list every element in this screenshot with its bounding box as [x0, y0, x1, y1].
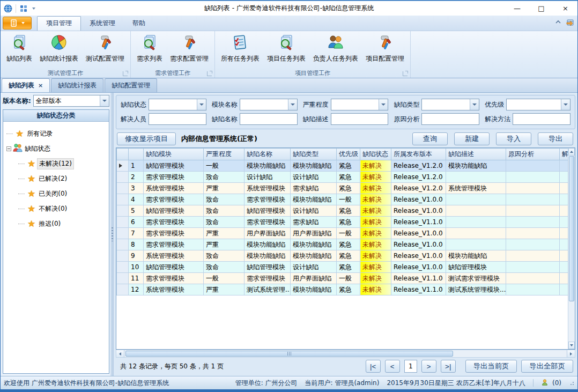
- resize-grip-icon[interactable]: [569, 380, 574, 386]
- cell-解决方法[interactable]: [560, 250, 568, 262]
- ribbon-button-2-0[interactable]: 所有任务列表: [217, 32, 263, 64]
- cell-所属发布版本[interactable]: Release_V1.0.0: [391, 239, 446, 250]
- cell-缺陷类型[interactable]: 模块功能缺陷: [291, 160, 337, 172]
- cell-缺陷类型[interactable]: 设计缺陷: [291, 205, 337, 217]
- table-row[interactable]: 12系统管理模块严重测试系统管理...模块功能缺陷紧急未解决Release_V1…: [117, 284, 568, 295]
- cell-缺陷类型[interactable]: 需求缺陷: [291, 183, 337, 194]
- column-header-解决方法[interactable]: 解决方法: [560, 149, 568, 160]
- cell-缺陷描述[interactable]: 模块功能缺陷: [446, 160, 506, 172]
- cell-缺陷类型[interactable]: 模块功能缺陷: [291, 284, 337, 295]
- cell-缺陷名称[interactable]: 需求管理模块: [244, 217, 291, 228]
- ribbon-button-2-1[interactable]: 项目任务列表: [263, 32, 309, 64]
- ribbon-button-2-3[interactable]: 项目配置管理: [362, 32, 408, 64]
- close-button[interactable]: ×: [553, 1, 577, 16]
- cell-解决方法[interactable]: [560, 194, 568, 205]
- search-button[interactable]: 查询: [412, 132, 448, 145]
- cell-缺陷模块[interactable]: 系统管理模块: [144, 183, 204, 194]
- grid-horizontal-scrollbar[interactable]: [116, 350, 575, 358]
- cell-所属发布版本[interactable]: Release_V1.0.0: [391, 205, 446, 217]
- table-row[interactable]: 5缺陷管理模块致命缺陷管理模块设计缺陷紧急未解决Release_V1.0.0: [117, 205, 568, 217]
- minimize-button[interactable]: —: [505, 1, 529, 16]
- cell-缺陷描述[interactable]: [446, 194, 506, 205]
- cell-缺陷名称[interactable]: 模块功能缺陷: [244, 160, 291, 172]
- ribbon-button-0-0[interactable]: 缺陷列表: [3, 32, 36, 64]
- cell-优先级[interactable]: 紧急: [337, 250, 360, 262]
- application-menu-button[interactable]: [3, 17, 32, 29]
- cell-优先级[interactable]: 一般: [337, 194, 360, 205]
- cell-解决方法[interactable]: [560, 273, 568, 284]
- filter-input-缺陷描述[interactable]: [331, 113, 389, 125]
- ribbon-tab-2[interactable]: 帮助: [124, 17, 154, 31]
- app-globe-icon[interactable]: [4, 4, 12, 13]
- cell-缺陷描述[interactable]: 测试系统管理模块...: [446, 284, 506, 295]
- cell-缺陷模块[interactable]: 需求管理模块: [144, 228, 204, 239]
- cell-严重程度[interactable]: 致命: [204, 250, 244, 262]
- cell-缺陷描述[interactable]: 测试需求管理模块: [446, 273, 506, 284]
- cell-严重程度[interactable]: 严重: [204, 228, 244, 239]
- cell-原因分析[interactable]: [506, 273, 560, 284]
- first-page-button[interactable]: |<: [366, 360, 381, 373]
- cell-缺陷模块[interactable]: 缺陷管理模块: [144, 205, 204, 217]
- cell-所属发布版本[interactable]: Release_V1.0.0: [391, 194, 446, 205]
- cell-解决方法[interactable]: [560, 160, 568, 172]
- cell-缺陷状态[interactable]: 未解决: [360, 160, 391, 172]
- cell-严重程度[interactable]: 严重: [204, 183, 244, 194]
- column-header-缺陷描述[interactable]: 缺陷描述: [446, 149, 506, 160]
- page-number-input[interactable]: [404, 360, 417, 373]
- table-row[interactable]: 10缺陷管理模块致命缺陷管理模块设计缺陷紧急未解决Release_V1.0.0缺…: [117, 262, 568, 273]
- cell-缺陷模块[interactable]: 需求管理模块: [144, 194, 204, 205]
- cell-严重程度[interactable]: 致命: [204, 205, 244, 217]
- cell-原因分析[interactable]: [506, 183, 560, 194]
- cell-所属发布版本[interactable]: Release_V1.2.0: [391, 172, 446, 183]
- filter-input-解决人员[interactable]: [149, 113, 206, 125]
- export-current-page-button[interactable]: 导出当前页: [465, 360, 517, 373]
- cell-缺陷类型[interactable]: 模块功能缺陷: [291, 250, 337, 262]
- cell-严重程度[interactable]: 严重: [204, 239, 244, 250]
- cell-原因分析[interactable]: [506, 239, 560, 250]
- table-row[interactable]: 8需求管理模块严重模块功能缺陷模块功能缺陷紧急未解决Release_V1.0.0: [117, 239, 568, 250]
- cell-缺陷名称[interactable]: 需求管理模块: [244, 194, 291, 205]
- cell-缺陷名称[interactable]: 模块功能缺陷: [244, 250, 291, 262]
- table-row[interactable]: 6需求管理模块致命需求管理模块需求缺陷紧急未解决Release_V1.1.0: [117, 217, 568, 228]
- cell-原因分析[interactable]: [506, 262, 560, 273]
- next-page-button[interactable]: >: [421, 360, 436, 373]
- cell-优先级[interactable]: 紧急: [337, 217, 360, 228]
- combobox-dropdown-button[interactable]: [288, 99, 297, 110]
- tree-item-2[interactable]: ★未解决(12): [6, 156, 108, 171]
- cell-解决方法[interactable]: [560, 239, 568, 250]
- version-combobox[interactable]: 全部版本: [33, 95, 109, 107]
- message-count[interactable]: (0): [552, 379, 561, 387]
- cell-所属发布版本[interactable]: Release_V1.1.0: [391, 217, 446, 228]
- import-button[interactable]: 导入: [496, 132, 531, 145]
- table-row[interactable]: 11需求管理模块一般需求管理模块用户界面缺陷一般未解决Release_V1.1.…: [117, 273, 568, 284]
- cell-缺陷模块[interactable]: 缺陷管理模块: [144, 262, 204, 273]
- cell-原因分析[interactable]: [506, 217, 560, 228]
- cell-缺陷状态[interactable]: 未解决: [360, 262, 391, 273]
- cell-缺陷描述[interactable]: [446, 239, 506, 250]
- cell-优先级[interactable]: 紧急: [337, 205, 360, 217]
- filter-combobox-严重程度[interactable]: [331, 99, 389, 110]
- cell-原因分析[interactable]: [506, 284, 560, 295]
- version-combobox-dropdown-button[interactable]: [100, 95, 109, 106]
- cell-缺陷名称[interactable]: 测试系统管理...: [244, 284, 291, 295]
- cell-优先级[interactable]: 一般: [337, 228, 360, 239]
- table-row[interactable]: 1缺陷管理模块一般模块功能缺陷模块功能缺陷紧急未解决Release_V1.2.0…: [117, 160, 568, 172]
- cell-解决方法[interactable]: [560, 228, 568, 239]
- cell-原因分析[interactable]: [506, 228, 560, 239]
- filter-input-解决方法[interactable]: [513, 113, 570, 125]
- cell-缺陷状态[interactable]: 未解决: [360, 172, 391, 183]
- cell-缺陷描述[interactable]: [446, 228, 506, 239]
- cell-缺陷模块[interactable]: 需求管理模块: [144, 172, 204, 183]
- maximize-button[interactable]: □: [529, 1, 553, 16]
- cell-优先级[interactable]: 紧急: [337, 239, 360, 250]
- ribbon-tab-0[interactable]: 项目管理: [37, 16, 81, 31]
- tab-close-icon[interactable]: ×: [38, 82, 43, 89]
- quick-access-layout-icon[interactable]: [19, 4, 28, 13]
- tree-item-3[interactable]: ★已解决(2): [6, 171, 108, 186]
- table-row[interactable]: 2需求管理模块致命设计缺陷设计缺陷紧急未解决Release_V1.2.0: [117, 172, 568, 183]
- column-header-缺陷名称[interactable]: 缺陷名称: [244, 149, 291, 160]
- cell-缺陷状态[interactable]: 未解决: [360, 239, 391, 250]
- cell-缺陷描述[interactable]: 模块功能缺陷: [446, 250, 506, 262]
- scroll-right-arrow-icon[interactable]: [567, 350, 575, 357]
- scroll-up-arrow-icon[interactable]: [568, 148, 575, 156]
